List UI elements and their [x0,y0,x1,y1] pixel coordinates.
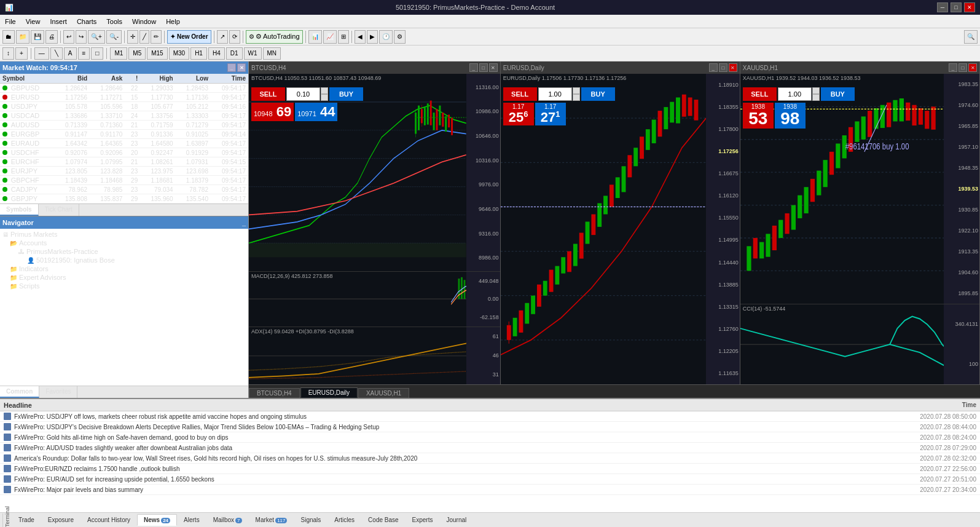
search-toolbar-button[interactable]: 🔍 [964,30,978,44]
xauusd-lot-up[interactable]: ▲ [812,87,820,94]
new-order-button[interactable]: ✦ New Order [167,30,211,44]
btcusd-minimize[interactable]: _ [469,63,478,72]
indicator-button[interactable]: 📈 [323,30,337,44]
chart-tab-btcusd[interactable]: BTCUSD,H4 [249,388,300,398]
nav-item-accounts[interactable]: 📂 Accounts [1,239,247,247]
zoom-in-button[interactable]: 🔍+ [88,30,105,44]
menu-insert[interactable]: Insert [45,17,72,26]
line-button[interactable]: ╱ [139,30,149,44]
period-m30[interactable]: M30 [169,47,189,60]
menu-file[interactable]: File [0,17,21,26]
period-m15[interactable]: M15 [147,47,167,60]
mw-row-audusd[interactable]: AUDUSD 0.71339 0.71360 21 0.71759 0.7127… [0,121,248,130]
eurusd-buy-button[interactable]: BUY [581,87,615,101]
clock-button[interactable]: 🕐 [379,30,393,44]
news-item-2[interactable]: FxWirePro: Gold hits all-time high on Sa… [0,432,980,443]
period-m5[interactable]: M5 [128,47,146,60]
draw-text[interactable]: A [64,47,77,60]
period-h4[interactable]: H4 [208,47,225,60]
template-button[interactable]: ⊞ [338,30,349,44]
close-button[interactable]: ✕ [964,2,975,12]
btcusd-lot-down[interactable]: ▼ [321,94,328,101]
mw-row-eurgbp[interactable]: EURGBP 0.91147 0.91170 23 0.91336 0.9102… [0,130,248,139]
menu-help[interactable]: Help [161,17,185,26]
xauusd-buy-button[interactable]: BUY [821,87,855,101]
btcusd-chart-body[interactable]: BTCUSD,H4 11050.53 11051.60 10837.43 109… [249,74,500,271]
nav-item-practice[interactable]: 🖧 PrimusMarkets-Practice [1,247,247,256]
chart-tab-xauusd[interactable]: XAUUSD,H1 [358,388,409,398]
period-m1[interactable]: M1 [110,47,127,60]
tab-experts[interactable]: Experts [406,514,440,526]
minimize-button[interactable]: ─ [937,2,948,12]
news-item-6[interactable]: FxWirePro: EUR/AUD set for increasing up… [0,474,980,485]
eurusd-close[interactable]: ✕ [729,63,737,72]
nav-item-scripts[interactable]: 📁 Scripts [1,282,247,290]
news-item-3[interactable]: FxWirePro: AUD/USD trades slightly weake… [0,443,980,453]
tab-exposure[interactable]: Exposure [41,514,80,526]
nav-item-user[interactable]: 👤 501921950: Ignatius Bose [1,256,247,264]
btcusd-lot-up[interactable]: ▲ [321,87,328,94]
refresh-button[interactable]: ⟳ [229,30,240,44]
menu-charts[interactable]: Charts [72,17,101,26]
settings-button[interactable]: ⚙ [394,30,406,44]
xauusd-maximize[interactable]: □ [958,63,967,72]
news-item-7[interactable]: FxWirePro: Major pair levels and bias su… [0,485,980,495]
tab-trade[interactable]: Trade [12,514,41,526]
tab-journal[interactable]: Journal [439,514,473,526]
xauusd-chart-body[interactable]: XAUUSD,H1 1939.52 1944.03 1936.52 1938.5… [740,74,979,304]
period-d1[interactable]: D1 [226,47,243,60]
xauusd-lot-down[interactable]: ▼ [812,94,820,101]
eurusd-sell-button[interactable]: SELL [503,87,537,101]
mw-row-gbpjpy[interactable]: GBPJPY 135.808 135.837 29 135.960 135.54… [0,194,248,204]
crosshair-button[interactable]: ✛ [127,30,138,44]
crosshair-tool[interactable]: + [15,47,28,60]
back-button[interactable]: ◀ [355,30,366,44]
draw-rect[interactable]: □ [91,47,103,60]
btcusd-lot-input[interactable] [286,87,320,101]
tab-articles[interactable]: Articles [327,514,361,526]
news-item-0[interactable]: FxWirePro: USD/JPY off lows, markets che… [0,411,980,422]
mw-row-eurusd[interactable]: EURUSD 1.17256 1.17271 15 1.17730 1.1713… [0,93,248,102]
nav-item-ea[interactable]: 📁 Expert Advisors [1,273,247,282]
draw-fib[interactable]: ≡ [78,47,90,60]
mw-minimize[interactable]: _ [227,63,236,72]
xauusd-sell-button[interactable]: SELL [743,87,777,101]
cursor-tool[interactable]: ↕ [2,47,14,60]
menu-window[interactable]: Window [127,17,161,26]
tab-codebase[interactable]: Code Base [361,514,405,526]
news-item-5[interactable]: FxWirePro:EUR/NZD reclaims 1.7500 handle… [0,464,980,474]
zoom-out-button[interactable]: 🔍- [106,30,122,44]
xauusd-minimize[interactable]: _ [949,63,957,72]
save-button[interactable]: 💾 [31,30,44,44]
xauusd-lot-input[interactable] [778,87,812,101]
eurusd-lot-down[interactable]: ▼ [573,94,580,101]
news-item-4[interactable]: America's Roundup: Dollar falls to two-y… [0,453,980,464]
period-w1[interactable]: W1 [244,47,262,60]
mw-row-gbpchf[interactable]: GBPCHF 1.18439 1.18468 29 1.18681 1.1837… [0,176,248,185]
btcusd-close[interactable]: ✕ [489,63,498,72]
tab-mailbox[interactable]: Mailbox7 [206,514,249,526]
tab-signals[interactable]: Signals [294,514,327,526]
period-mn[interactable]: MN [263,47,281,60]
eurusd-chart-body[interactable]: EURUSD,Daily 1.17506 1.17730 1.17136 1.1… [501,74,740,384]
mw-tab-tick[interactable]: Tick Chart [39,204,79,216]
chart-type-button[interactable]: 📊 [308,30,322,44]
chart-tab-eurusd[interactable]: EURUSD,Daily [300,387,358,398]
mw-row-usdjpy[interactable]: USDJPY 105.578 105.596 18 105.677 105.21… [0,102,248,111]
open-button[interactable]: 📁 [16,30,29,44]
tab-account-history[interactable]: Account History [80,514,137,526]
mw-close[interactable]: ✕ [237,63,246,72]
mw-row-usdcad[interactable]: USDCAD 1.33686 1.33710 24 1.33756 1.3330… [0,111,248,121]
mw-row-eurchf[interactable]: EURCHF 1.07974 1.07995 21 1.08261 1.0793… [0,157,248,167]
mw-row-usdchf[interactable]: USDCHF 0.92076 0.92096 20 0.92247 0.9192… [0,148,248,157]
tab-news[interactable]: News24 [137,514,177,526]
arrow-button[interactable]: ↗ [217,30,228,44]
draw-trendline[interactable]: ╲ [50,47,63,60]
draw-hline[interactable]: — [34,47,49,60]
nav-tab-common[interactable]: Common [0,386,39,398]
draw-button[interactable]: ✏ [151,30,162,44]
mw-row-gbpusd[interactable]: GBPUSD 1.28624 1.28646 22 1.29033 1.2845… [0,84,248,93]
mw-row-cadjpy[interactable]: CADJPY 78.962 78.985 23 79.034 78.782 09… [0,185,248,194]
undo-button[interactable]: ↩ [63,30,74,44]
tab-alerts[interactable]: Alerts [177,514,206,526]
